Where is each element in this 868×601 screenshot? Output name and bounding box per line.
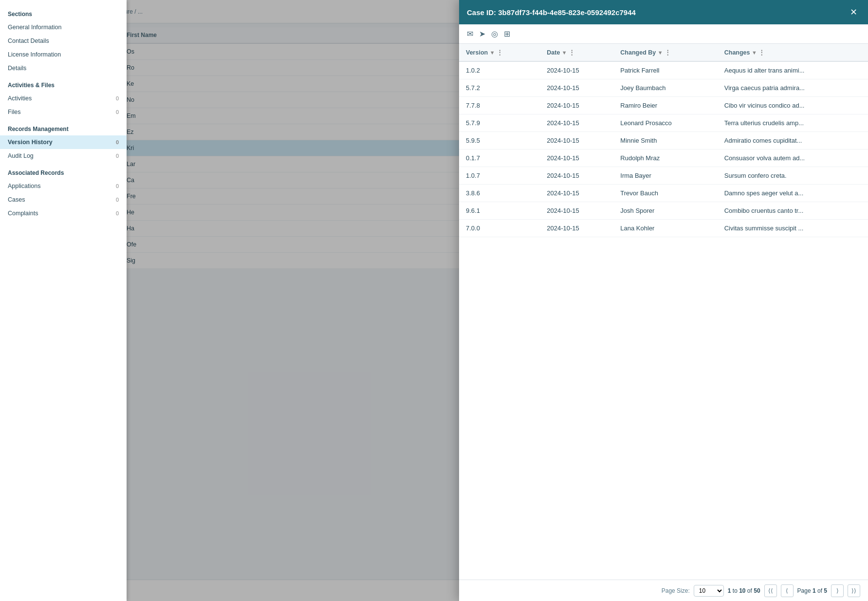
cell-version: 3.8.6 <box>459 185 540 202</box>
modal-pagination: Page Size: 10 25 50 1 to 10 of 50 ⟨⟨ ⟨ P… <box>459 580 868 601</box>
cell-changed-by: Irma Bayer <box>613 167 717 185</box>
date-more-icon[interactable]: ⋮ <box>569 49 575 56</box>
modal-activities-header: Activities & Files <box>0 75 127 92</box>
changes-more-icon[interactable]: ⋮ <box>758 49 765 56</box>
modal-assoc-header: Associated Records <box>0 163 127 179</box>
modal-panel-version-history[interactable]: Version History 0 <box>0 135 127 149</box>
modal-next-page-btn[interactable]: ⟩ <box>831 584 844 597</box>
cell-version: 9.6.1 <box>459 202 540 220</box>
print-icon[interactable]: ⊞ <box>504 29 510 38</box>
cell-changes: Combibo cruentus canto tr... <box>718 202 868 220</box>
changed-by-more-icon[interactable]: ⋮ <box>665 49 671 56</box>
modal-prev-page-btn[interactable]: ⟨ <box>781 584 794 597</box>
date-filter-icon[interactable]: ▼ <box>562 50 567 56</box>
modal-panel-complaints[interactable]: Complaints 0 <box>0 207 127 220</box>
version-table-row[interactable]: 9.6.1 2024-10-15 Josh Sporer Combibo cru… <box>459 202 868 220</box>
modal-records-header: Records Management <box>0 119 127 135</box>
version-table-row[interactable]: 0.1.7 2024-10-15 Rudolph Mraz Consuasor … <box>459 150 868 167</box>
cell-date: 2024-10-15 <box>540 61 613 79</box>
col-date: Date ▼ ⋮ <box>540 44 613 61</box>
cell-date: 2024-10-15 <box>540 132 613 150</box>
modal-first-page-btn[interactable]: ⟨⟨ <box>764 584 777 597</box>
modal-panel-files[interactable]: Files 0 <box>0 105 127 119</box>
cell-changes: Admiratio comes cupiditat... <box>718 132 868 150</box>
cell-changed-by: Lana Kohler <box>613 220 717 237</box>
cell-changes: Cibo vir vicinus condico ad... <box>718 97 868 114</box>
version-table-row[interactable]: 7.7.8 2024-10-15 Ramiro Beier Cibo vir v… <box>459 97 868 114</box>
cell-changes: Consuasor volva autem ad... <box>718 150 868 167</box>
cell-changes: Sursum confero creta. <box>718 167 868 185</box>
cell-version: 1.0.7 <box>459 167 540 185</box>
cell-changed-by: Trevor Bauch <box>613 185 717 202</box>
cell-date: 2024-10-15 <box>540 79 613 97</box>
send-icon[interactable]: ➤ <box>479 29 485 38</box>
view-icon[interactable]: ◎ <box>491 29 498 38</box>
modal-panel-item-general[interactable]: General Information <box>0 20 127 34</box>
modal-panel-item-details[interactable]: Details <box>0 61 127 75</box>
cell-changed-by: Minnie Smith <box>613 132 717 150</box>
modal-page-size-label: Page Size: <box>662 587 690 594</box>
modal-overlay: Sections General Information Contact Det… <box>0 0 868 601</box>
modal-content: Version ▼ ⋮ Date ▼ ⋮ Changed By <box>459 44 868 580</box>
modal-sections-panel: Sections General Information Contact Det… <box>0 0 127 601</box>
modal-close-button[interactable]: ✕ <box>847 6 860 19</box>
col-version: Version ▼ ⋮ <box>459 44 540 61</box>
col-changed-by: Changed By ▼ ⋮ <box>613 44 717 61</box>
version-filter-icon[interactable]: ▼ <box>490 50 495 56</box>
cell-version: 0.1.7 <box>459 150 540 167</box>
cell-changed-by: Rudolph Mraz <box>613 150 717 167</box>
modal-page-range: 1 to 10 of 50 <box>728 587 760 594</box>
cell-version: 1.0.2 <box>459 61 540 79</box>
cell-changed-by: Ramiro Beier <box>613 97 717 114</box>
cell-date: 2024-10-15 <box>540 114 613 132</box>
cell-changes: Civitas summisse suscipit ... <box>718 220 868 237</box>
modal-panel-activities[interactable]: Activities 0 <box>0 92 127 105</box>
modal-panel-audit-log[interactable]: Audit Log 0 <box>0 149 127 163</box>
cell-changes: Virga caecus patria admira... <box>718 79 868 97</box>
cell-changes: Terra ulterius crudelis amp... <box>718 114 868 132</box>
modal-page-size-select[interactable]: 10 25 50 <box>694 585 724 597</box>
version-table-row[interactable]: 3.8.6 2024-10-15 Trevor Bauch Damno spes… <box>459 185 868 202</box>
cell-changed-by: Leonard Prosacco <box>613 114 717 132</box>
cell-version: 5.7.2 <box>459 79 540 97</box>
modal-panel-item-contact[interactable]: Contact Details <box>0 34 127 48</box>
cell-changes: Damno spes aeger velut a... <box>718 185 868 202</box>
cell-changed-by: Josh Sporer <box>613 202 717 220</box>
detail-modal: Case ID: 3b87df73-f44b-4e85-823e-0592492… <box>459 0 868 601</box>
version-history-table: Version ▼ ⋮ Date ▼ ⋮ Changed By <box>459 44 868 237</box>
cell-date: 2024-10-15 <box>540 97 613 114</box>
cell-date: 2024-10-15 <box>540 150 613 167</box>
cell-date: 2024-10-15 <box>540 167 613 185</box>
cell-date: 2024-10-15 <box>540 185 613 202</box>
modal-panel-applications[interactable]: Applications 0 <box>0 179 127 193</box>
version-more-icon[interactable]: ⋮ <box>497 49 503 56</box>
col-changes: Changes ▼ ⋮ <box>718 44 868 61</box>
version-table-row[interactable]: 5.9.5 2024-10-15 Minnie Smith Admiratio … <box>459 132 868 150</box>
modal-panel-item-license[interactable]: License Information <box>0 48 127 61</box>
version-table-row[interactable]: 5.7.9 2024-10-15 Leonard Prosacco Terra … <box>459 114 868 132</box>
cell-changed-by: Joey Baumbach <box>613 79 717 97</box>
changes-filter-icon[interactable]: ▼ <box>752 50 757 56</box>
changed-by-filter-icon[interactable]: ▼ <box>658 50 663 56</box>
cell-changed-by: Patrick Farrell <box>613 61 717 79</box>
cell-changes: Aequus id alter trans animi... <box>718 61 868 79</box>
modal-last-page-btn[interactable]: ⟩⟩ <box>848 584 860 597</box>
modal-sections-header: Sections <box>0 4 127 20</box>
cell-version: 5.7.9 <box>459 114 540 132</box>
email-icon[interactable]: ✉ <box>467 29 473 38</box>
modal-panel-cases[interactable]: Cases 0 <box>0 193 127 207</box>
cell-version: 7.7.8 <box>459 97 540 114</box>
modal-header: Case ID: 3b87df73-f44b-4e85-823e-0592492… <box>459 0 868 24</box>
modal-page-display: Page 1 of 5 <box>797 587 827 594</box>
version-table-row[interactable]: 1.0.2 2024-10-15 Patrick Farrell Aequus … <box>459 61 868 79</box>
cell-version: 7.0.0 <box>459 220 540 237</box>
modal-title: Case ID: 3b87df73-f44b-4e85-823e-0592492… <box>467 8 636 17</box>
version-table-row[interactable]: 5.7.2 2024-10-15 Joey Baumbach Virga cae… <box>459 79 868 97</box>
version-table-row[interactable]: 1.0.7 2024-10-15 Irma Bayer Sursum confe… <box>459 167 868 185</box>
cell-date: 2024-10-15 <box>540 220 613 237</box>
cell-version: 5.9.5 <box>459 132 540 150</box>
version-table-row[interactable]: 7.0.0 2024-10-15 Lana Kohler Civitas sum… <box>459 220 868 237</box>
modal-toolbar: ✉ ➤ ◎ ⊞ <box>459 24 868 44</box>
cell-date: 2024-10-15 <box>540 202 613 220</box>
